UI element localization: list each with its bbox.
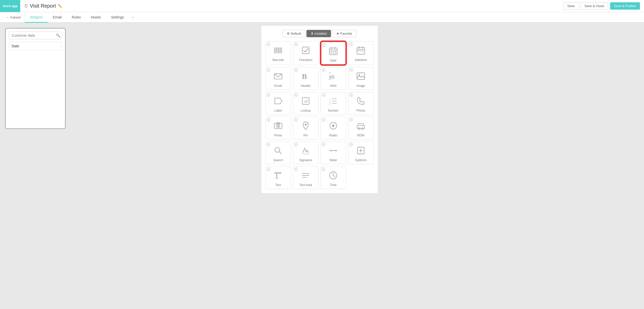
svg-rect-1: [276, 48, 276, 53]
image-icon: [356, 71, 366, 83]
tab-widgets[interactable]: Widgets: [25, 12, 48, 23]
svg-text:3: 3: [329, 102, 331, 105]
widget-number[interactable]: i 1 2 3 Number: [321, 92, 346, 115]
widget-barcode[interactable]: i Barcode: [265, 41, 291, 65]
widget-rdw[interactable]: i RDW: [348, 117, 374, 139]
image-label: Image: [357, 84, 365, 88]
widget-datetime[interactable]: i Datetime: [348, 41, 374, 65]
widget-grid: i Barcode i Checkbox i: [265, 41, 374, 189]
widget-lookup[interactable]: i Lookup: [293, 92, 319, 115]
info-icon: i: [322, 68, 325, 72]
header-icon: B: [301, 71, 310, 83]
widget-checkbox[interactable]: i Checkbox: [293, 41, 319, 65]
search-icon: 🔍: [56, 33, 60, 37]
widget-phone[interactable]: i Phone: [348, 92, 374, 115]
widget-text[interactable]: i Text: [265, 166, 291, 189]
search-box[interactable]: 🔍: [9, 32, 62, 39]
info-icon: i: [322, 43, 326, 47]
form-item-date[interactable]: Date: [9, 42, 62, 50]
widget-html[interactable]: i H5 Html: [321, 67, 346, 90]
info-icon: i: [322, 93, 325, 97]
info-icon: i: [322, 168, 325, 171]
datetime-icon: [356, 46, 366, 57]
logo-area: more app: [0, 0, 20, 12]
widget-container: ⚙ Default ⬇ Installed ★ Favorite i Barco…: [261, 26, 378, 193]
info-icon: i: [294, 93, 298, 97]
search-input[interactable]: [12, 33, 56, 37]
svg-line-69: [333, 175, 335, 177]
svg-rect-33: [302, 98, 309, 105]
form-preview: 🔍 Date: [5, 28, 66, 129]
save-publish-button[interactable]: Save & Publish: [610, 2, 640, 10]
subform-label: Subform: [355, 158, 366, 162]
info-icon: i: [294, 168, 298, 171]
tab-hooks[interactable]: Hooks: [86, 12, 106, 23]
svg-text:H5: H5: [329, 75, 335, 80]
widget-image[interactable]: i Image: [348, 67, 374, 90]
info-icon: i: [349, 68, 353, 72]
info-icon: i: [349, 43, 353, 46]
left-panel: 🔍 Date: [0, 23, 71, 309]
svg-line-51: [279, 152, 282, 154]
signature-icon: [301, 146, 310, 157]
svg-point-44: [305, 123, 307, 126]
tab-default[interactable]: ⚙ Default: [282, 30, 305, 37]
logo-text: more app: [3, 4, 18, 8]
info-icon: i: [294, 118, 298, 121]
svg-rect-7: [281, 48, 282, 53]
main-content: 🔍 Date ⚙ Default ⬇ Installed ★ Favorite …: [0, 23, 644, 309]
svg-marker-57: [336, 150, 337, 152]
datetime-label: Datetime: [355, 58, 367, 62]
tab-email[interactable]: Email: [48, 12, 67, 23]
html-icon: H5: [328, 71, 338, 83]
widget-radio[interactable]: i Radio: [321, 117, 346, 139]
photo-icon: [273, 121, 283, 133]
widget-textarea[interactable]: i Text Area: [293, 166, 319, 189]
tab-installed[interactable]: ⬇ Installed: [306, 30, 331, 37]
label-icon: [273, 96, 283, 108]
widget-subform[interactable]: i Subform: [348, 141, 374, 164]
cancel-label: ← Cancel: [6, 15, 20, 19]
phone-icon: [356, 96, 366, 108]
edit-icon[interactable]: ✏️: [58, 4, 62, 8]
widget-time[interactable]: i Time: [321, 166, 346, 189]
widget-tabs: ⚙ Default ⬇ Installed ★ Favorite: [265, 30, 374, 37]
tab-settings[interactable]: Settings: [106, 12, 129, 23]
widget-label[interactable]: i Label: [265, 92, 291, 115]
header-label: Header: [301, 84, 310, 88]
time-label: Time: [330, 183, 337, 187]
widget-header[interactable]: i B Header: [293, 67, 319, 90]
email-label: Email: [274, 84, 282, 88]
widget-date[interactable]: i: [321, 41, 346, 65]
cancel-button[interactable]: ← Cancel: [2, 12, 25, 22]
save-button[interactable]: Save: [563, 2, 579, 10]
subform-icon: [356, 146, 366, 157]
tab-favorite[interactable]: ★ Favorite: [332, 30, 357, 37]
photo-label: Photo: [274, 134, 282, 137]
svg-rect-15: [335, 51, 336, 52]
svg-rect-61: [274, 173, 281, 174]
back-arrow-icon[interactable]: ‹: [132, 15, 134, 20]
info-icon: i: [267, 168, 270, 171]
page-title-area: ☰ Visit Report ✏️: [24, 3, 563, 9]
info-icon: i: [267, 43, 270, 46]
pin-label: Pin: [303, 134, 308, 137]
nav-tabs: Widgets Email Rules Hooks Settings: [25, 12, 129, 22]
tab-rules[interactable]: Rules: [67, 12, 86, 23]
svg-rect-18: [335, 53, 336, 54]
widget-slider[interactable]: i Slider: [321, 141, 346, 164]
widget-search[interactable]: i Search: [265, 141, 291, 164]
svg-rect-13: [331, 51, 332, 52]
svg-point-32: [359, 74, 360, 76]
svg-rect-5: [279, 48, 280, 53]
save-close-button[interactable]: Save & Close: [581, 2, 608, 10]
phone-label: Phone: [357, 109, 365, 112]
slider-label: Slider: [329, 158, 337, 162]
html-label: Html: [330, 84, 337, 88]
widget-photo[interactable]: i Photo: [265, 117, 291, 139]
widget-pin[interactable]: i Pin: [293, 117, 319, 139]
info-icon: i: [267, 93, 270, 97]
widget-email[interactable]: i Email: [265, 67, 291, 90]
top-actions: Save Save & Close Save & Publish: [563, 2, 640, 10]
widget-signature[interactable]: i Signature: [293, 141, 319, 164]
